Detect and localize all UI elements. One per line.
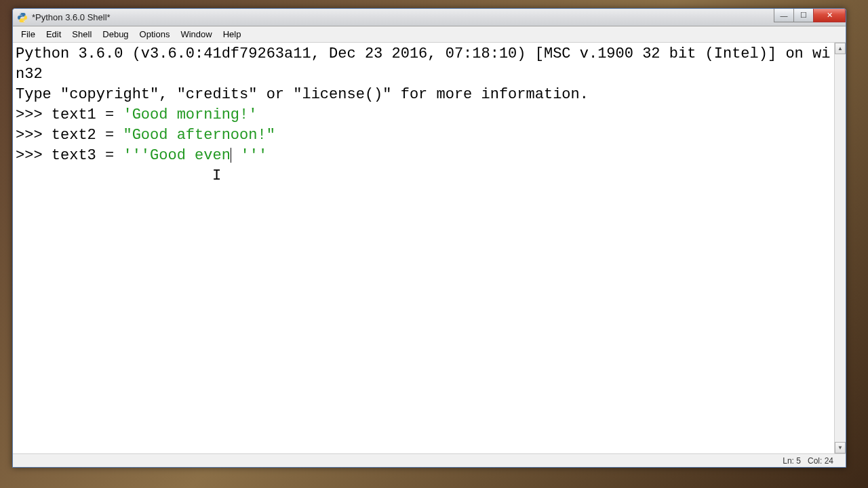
svg-point-1 bbox=[24, 20, 24, 21]
status-line: Ln: 5 bbox=[783, 456, 801, 466]
scroll-up-button[interactable]: ▲ bbox=[835, 43, 846, 54]
menu-shell[interactable]: Shell bbox=[66, 28, 97, 41]
menu-window[interactable]: Window bbox=[175, 28, 217, 41]
close-button[interactable]: ✕ bbox=[813, 9, 846, 22]
string-literal: 'Good morning!' bbox=[123, 106, 257, 123]
shell-text[interactable]: Python 3.6.0 (v3.6.0:41df79263a11, Dec 2… bbox=[13, 43, 834, 453]
scroll-track[interactable] bbox=[835, 54, 846, 442]
menu-help[interactable]: Help bbox=[218, 28, 247, 41]
maximize-button[interactable]: ☐ bbox=[793, 9, 814, 22]
vertical-scrollbar[interactable]: ▲ ▼ bbox=[834, 43, 846, 453]
menubar: File Edit Shell Debug Options Window Hel… bbox=[13, 26, 846, 43]
banner-line: Type "copyright", "credits" or "license(… bbox=[16, 86, 589, 103]
statusbar: Ln: 5 Col: 24 bbox=[13, 453, 846, 467]
prompt: >>> bbox=[16, 147, 52, 164]
python-icon bbox=[17, 12, 28, 23]
editor-area: Python 3.6.0 (v3.6.0:41df79263a11, Dec 2… bbox=[13, 43, 846, 453]
string-literal: ''' bbox=[231, 147, 267, 164]
window-controls: — ☐ ✕ bbox=[774, 9, 846, 22]
status-col: Col: 24 bbox=[808, 456, 833, 466]
code-text: text3 = bbox=[52, 147, 123, 164]
menu-edit[interactable]: Edit bbox=[41, 28, 66, 41]
string-literal: "Good afternoon!" bbox=[123, 127, 275, 144]
prompt: >>> bbox=[16, 106, 52, 123]
prompt: >>> bbox=[16, 127, 52, 144]
code-text: text1 = bbox=[52, 106, 123, 123]
menu-options[interactable]: Options bbox=[134, 28, 176, 41]
minimize-button[interactable]: — bbox=[774, 9, 794, 22]
titlebar[interactable]: *Python 3.6.0 Shell* — ☐ ✕ bbox=[13, 9, 846, 26]
svg-point-0 bbox=[20, 13, 21, 14]
menu-file[interactable]: File bbox=[16, 28, 41, 41]
banner-line: Python 3.6.0 (v3.6.0:41df79263a11, Dec 2… bbox=[16, 45, 830, 83]
menu-debug[interactable]: Debug bbox=[97, 28, 134, 41]
window-title: *Python 3.6.0 Shell* bbox=[32, 12, 111, 22]
shell-window: *Python 3.6.0 Shell* — ☐ ✕ File Edit She… bbox=[12, 8, 846, 468]
code-text: text2 = bbox=[52, 127, 123, 144]
string-literal: '''Good even bbox=[123, 147, 230, 164]
ibeam-cursor-icon: I bbox=[212, 166, 221, 186]
scroll-down-button[interactable]: ▼ bbox=[835, 442, 846, 453]
